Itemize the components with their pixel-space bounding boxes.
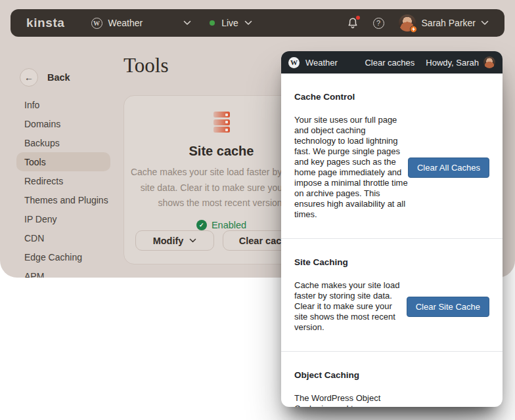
modify-button[interactable]: Modify	[135, 230, 214, 251]
kinsta-topbar: kinsta W Weather Live	[11, 9, 504, 37]
lightning-badge-icon	[410, 26, 417, 33]
sidebar-nav: Info Domains Backups Tools Redirects The…	[16, 95, 110, 278]
user-name: Sarah Parker	[422, 18, 476, 28]
environment-selector-dropdown[interactable]: Live	[210, 18, 252, 28]
cache-control-section: Cache Control Your site uses our full pa…	[281, 74, 503, 238]
back-button[interactable]: ← Back	[20, 68, 118, 87]
sidebar-item-backups[interactable]: Backups	[16, 133, 110, 152]
help-button[interactable]: ?	[373, 18, 384, 29]
section-title: Site Caching	[294, 257, 489, 267]
clear-site-cache-button[interactable]: Clear Site Cache	[407, 297, 489, 317]
sidebar-item-info[interactable]: Info	[16, 95, 110, 114]
wordpress-icon: W	[91, 18, 102, 29]
user-avatar	[399, 14, 416, 32]
question-circle-icon: ?	[373, 18, 384, 29]
notification-badge-dot	[356, 16, 360, 20]
chevron-down-icon	[189, 238, 196, 243]
page-title: Tools	[123, 54, 168, 77]
chevron-down-icon	[183, 20, 191, 26]
back-label: Back	[47, 72, 70, 83]
kinsta-logo: kinsta	[26, 16, 65, 30]
section-title: Object Caching	[294, 370, 489, 380]
section-text: The WordPress Object Cache is used to sa…	[294, 393, 397, 407]
live-status-dot-icon	[210, 20, 215, 26]
notifications-button[interactable]	[347, 17, 359, 30]
sidebar-item-edge-caching[interactable]: Edge Caching	[16, 247, 110, 266]
wp-clear-caches-menu[interactable]: Clear caches	[365, 58, 414, 68]
status-label: Enabled	[212, 220, 246, 230]
sidebar-item-domains[interactable]: Domains	[16, 114, 110, 133]
screenshot-root: kinsta W Weather Live	[0, 0, 515, 420]
sidebar-item-tools[interactable]: Tools	[16, 152, 110, 171]
object-caching-section: Object Caching The WordPress Object Cach…	[281, 351, 503, 407]
chevron-down-icon	[481, 20, 489, 26]
wordpress-icon[interactable]: W	[288, 57, 300, 68]
section-title: Cache Control	[294, 92, 489, 102]
topbar-right-group: ? Sarah Parker	[347, 14, 489, 32]
environment-label: Live	[221, 18, 238, 28]
cache-panel-body: Cache Control Your site uses our full pa…	[281, 74, 503, 407]
user-menu[interactable]: Sarah Parker	[399, 14, 489, 32]
wp-admin-cache-panel: W Weather Clear caches Howdy, Sarah Cach…	[281, 51, 503, 407]
section-text: Your site uses our full page and object …	[294, 115, 408, 220]
sidebar-item-ip-deny[interactable]: IP Deny	[16, 209, 110, 228]
status-badge: ✓ Enabled	[196, 220, 246, 230]
modify-label: Modify	[153, 236, 184, 246]
wp-user-avatar[interactable]	[483, 56, 495, 68]
site-selector-label: Weather	[108, 18, 143, 28]
chevron-down-icon	[244, 20, 252, 26]
check-circle-icon: ✓	[196, 220, 207, 230]
sidebar-item-cdn[interactable]: CDN	[16, 228, 110, 247]
site-selector-dropdown[interactable]: W Weather	[91, 18, 192, 29]
site-caching-section: Site Caching Cache makes your site load …	[281, 238, 503, 351]
wp-howdy-greeting[interactable]: Howdy, Sarah	[426, 58, 479, 68]
sidebar-item-apm[interactable]: APM	[16, 266, 110, 278]
sidebar-item-themes-and-plugins[interactable]: Themes and Plugins	[16, 190, 110, 209]
section-text: Cache makes your site load faster by sto…	[294, 280, 407, 333]
wp-admin-bar: W Weather Clear caches Howdy, Sarah	[281, 51, 503, 74]
clear-all-caches-button[interactable]: Clear All Caches	[408, 158, 489, 178]
server-stack-icon	[213, 112, 230, 133]
wp-site-name[interactable]: Weather	[305, 58, 338, 68]
sidebar: ← Back Info Domains Backups Tools Redire…	[20, 68, 118, 278]
arrow-left-icon: ←	[20, 68, 38, 87]
sidebar-item-redirects[interactable]: Redirects	[16, 171, 110, 190]
